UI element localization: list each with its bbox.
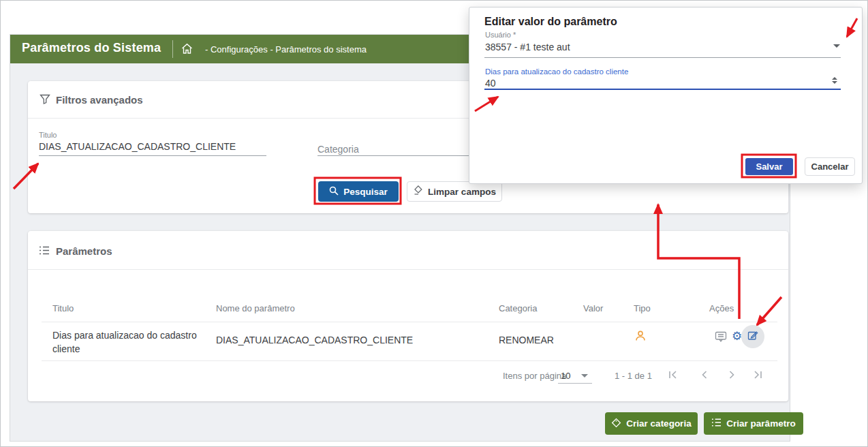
user-select[interactable]: 38557 - #1 teste aut bbox=[485, 42, 570, 52]
column-header-tipo: Tipo bbox=[634, 303, 651, 313]
create-parameter-button[interactable]: Criar parâmetro bbox=[704, 412, 803, 435]
save-button[interactable]: Salvar bbox=[745, 158, 793, 175]
clear-icon bbox=[413, 185, 423, 198]
edit-icon bbox=[747, 330, 758, 343]
create-category-button[interactable]: Criar categoria bbox=[605, 412, 698, 435]
page-title: Parâmetros do Sistema bbox=[22, 41, 161, 55]
dialog-title: Editar valor do parâmetro bbox=[484, 16, 617, 28]
chevron-down-icon bbox=[581, 374, 588, 377]
search-icon bbox=[329, 186, 339, 198]
cell-titulo: Dias para atualizacao do cadastro client… bbox=[52, 328, 213, 356]
pagination-range: 1 - 1 de 1 bbox=[615, 371, 652, 381]
header-divider bbox=[172, 40, 173, 58]
clear-fields-button[interactable]: Limpar campos bbox=[407, 181, 502, 202]
filters-title: Filtros avançados bbox=[56, 94, 143, 106]
cell-nome: DIAS_ATUALIZACAO_CADASTRO_CLIENTE bbox=[216, 335, 413, 345]
column-header-categoria: Categoria bbox=[499, 303, 537, 313]
titulo-input[interactable]: DIAS_ATUALIZACAO_CADASTRO_CLIENTE bbox=[39, 141, 236, 152]
column-header-titulo: Titulo bbox=[52, 303, 74, 313]
user-label: Usuário * bbox=[485, 31, 516, 39]
divider bbox=[42, 322, 777, 322]
next-page-button[interactable] bbox=[726, 369, 738, 381]
column-header-acoes: Ações bbox=[709, 303, 734, 313]
list-icon bbox=[39, 245, 50, 258]
items-per-page-label: Itens por página bbox=[503, 371, 566, 381]
column-header-valor: Valor bbox=[583, 303, 603, 313]
chevron-down-icon bbox=[833, 44, 840, 48]
divider bbox=[28, 269, 788, 270]
filter-icon bbox=[40, 94, 50, 108]
edit-parameter-dialog: Editar valor do parâmetro Usuário * 3855… bbox=[469, 7, 863, 184]
parameters-card: Parâmetros Titulo Nome do parâmetro Cate… bbox=[28, 231, 788, 401]
home-icon[interactable] bbox=[181, 43, 193, 57]
breadcrumb: - Configurações - Parâmetros do sistema bbox=[205, 44, 367, 55]
first-page-button[interactable] bbox=[667, 369, 679, 381]
column-header-nome: Nome do parâmetro bbox=[216, 303, 295, 313]
edit-button[interactable] bbox=[741, 325, 764, 348]
parameter-value-input[interactable]: 40 bbox=[485, 78, 496, 89]
parameter-value-label: Dias para atualizacao do cadastro client… bbox=[485, 67, 628, 76]
search-button[interactable]: Pesquisar bbox=[318, 181, 399, 202]
step-up-icon bbox=[832, 77, 837, 80]
categoria-input[interactable]: Categoria bbox=[317, 144, 359, 155]
previous-page-button[interactable] bbox=[698, 369, 711, 381]
list-icon bbox=[711, 418, 722, 429]
last-page-button[interactable] bbox=[751, 369, 764, 381]
tag-icon bbox=[611, 418, 621, 430]
divider bbox=[42, 360, 777, 361]
value-underline-focused bbox=[484, 89, 841, 90]
comment-icon[interactable] bbox=[715, 331, 727, 345]
step-down-icon bbox=[832, 81, 837, 84]
cell-categoria: RENOMEAR bbox=[499, 335, 554, 345]
gear-icon[interactable]: ⚙ bbox=[732, 330, 742, 342]
number-stepper[interactable] bbox=[832, 77, 837, 84]
titulo-underline bbox=[39, 155, 266, 156]
cancel-button[interactable]: Cancelar bbox=[805, 157, 855, 176]
titulo-label: Titulo bbox=[39, 131, 57, 139]
person-icon bbox=[634, 330, 647, 345]
user-underline bbox=[484, 57, 841, 58]
screenshot-root: Parâmetros do Sistema - Configurações - … bbox=[0, 0, 868, 447]
parameters-title: Parâmetros bbox=[56, 245, 112, 257]
